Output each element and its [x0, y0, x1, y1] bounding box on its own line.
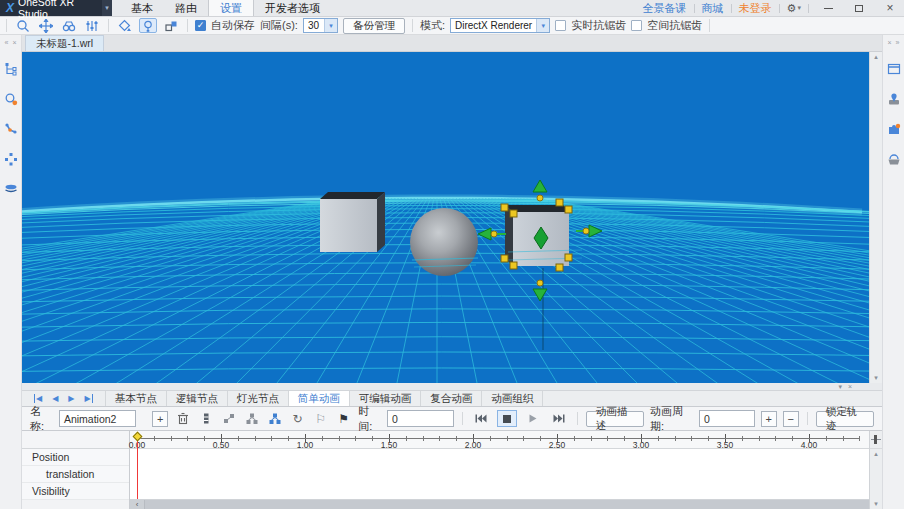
period-increase-button[interactable]: +	[761, 411, 777, 427]
sidebar-close-icon[interactable]: ×	[888, 39, 892, 46]
scroll-down-icon[interactable]: ▾	[874, 374, 878, 382]
playhead-line[interactable]	[137, 437, 138, 499]
go-to-end-button[interactable]	[549, 410, 569, 427]
time-label: 时间:	[358, 404, 381, 434]
node-link-gray-button[interactable]	[220, 410, 237, 427]
renderer-dropdown-icon[interactable]: ▾	[536, 19, 549, 32]
close-button[interactable]: ×	[878, 0, 902, 16]
splitter-collapse-icon[interactable]: ▾	[838, 383, 842, 390]
renderer-mode-value: DirectX Renderer	[451, 19, 536, 32]
node-branch-blue-button[interactable]	[266, 410, 283, 427]
vscroll-up-icon[interactable]: ▴	[874, 449, 878, 459]
animation-name-input[interactable]: Animation2	[59, 410, 137, 427]
timeline-horizontal-scrollbar[interactable]: ‹	[130, 499, 869, 509]
period-decrease-button[interactable]: −	[783, 411, 799, 427]
timeline-ruler[interactable]: 0.000.501.001.502.002.503.003.504.00	[130, 431, 869, 449]
spatial-aa-checkbox[interactable]	[631, 20, 642, 31]
menu-routing[interactable]: 路由	[164, 0, 208, 16]
app-menu-caret-icon[interactable]: ▾	[102, 0, 112, 16]
tab-animation-organize[interactable]: 动画组织	[482, 391, 543, 406]
hscroll-left-icon[interactable]: ‹	[130, 500, 144, 509]
tab-composite-animation[interactable]: 复合动画	[421, 391, 482, 406]
node-branch-gray-button[interactable]	[243, 410, 260, 427]
panel-window-icon[interactable]	[886, 61, 902, 77]
scene-tree-icon[interactable]	[3, 61, 19, 77]
map-marker-icon[interactable]	[886, 91, 902, 107]
renderer-mode-dropdown[interactable]: DirectX Renderer ▾	[450, 18, 550, 33]
vscroll-down-icon[interactable]: ▾	[874, 499, 878, 509]
sidebar-collapse-icon[interactable]: »	[896, 39, 900, 46]
resource-basket-icon[interactable]	[886, 151, 902, 167]
light-tool-icon[interactable]	[139, 18, 157, 33]
skeleton-joint-icon[interactable]	[3, 121, 19, 137]
hscroll-thumb[interactable]	[144, 500, 869, 509]
go-to-start-button[interactable]	[471, 410, 491, 427]
menu-basic[interactable]: 基本	[120, 0, 164, 16]
tab-prev-icon[interactable]: ◀	[52, 394, 58, 403]
tab-first-icon[interactable]: ◀	[34, 394, 42, 403]
property-row-translation[interactable]: translation	[22, 466, 129, 483]
app-logo[interactable]: X OneSoft XR Studio ▾	[0, 0, 112, 16]
viewport-vertical-scrollbar[interactable]: ▴ ▾	[869, 52, 882, 383]
divider	[187, 19, 188, 32]
search-model-icon[interactable]	[3, 91, 19, 107]
panorama-lesson-link[interactable]: 全景备课	[643, 1, 687, 16]
autosave-checkbox[interactable]: ✓	[195, 20, 206, 31]
delete-keyframe-button[interactable]	[174, 410, 191, 427]
tab-basic-nodes[interactable]: 基本节点	[106, 391, 167, 406]
sidebar-close-icon[interactable]: ×	[12, 39, 16, 46]
timeline-tracks[interactable]	[130, 449, 869, 499]
menu-developer-options[interactable]: 开发者选项	[254, 0, 331, 16]
layers-icon[interactable]	[3, 181, 19, 197]
move-tool-icon[interactable]	[37, 18, 55, 33]
flag-end-button[interactable]: ⚑	[335, 410, 352, 427]
realtime-aa-checkbox[interactable]	[555, 20, 566, 31]
property-row-visibility[interactable]: Visibility	[22, 483, 129, 500]
tab-next-icon[interactable]: ▶	[68, 394, 74, 403]
add-keyframe-button[interactable]: +	[152, 411, 168, 427]
flag-start-button[interactable]: ⚐	[312, 410, 329, 427]
sphere-object[interactable]	[410, 208, 478, 276]
binoculars-icon[interactable]	[60, 18, 78, 33]
zoom-slider-handle[interactable]	[874, 435, 877, 444]
store-link[interactable]: 商城	[702, 1, 724, 16]
period-input[interactable]: 0	[699, 410, 755, 427]
viewport-canvas[interactable]	[22, 52, 869, 383]
main-menu: 基本 路由 设置 开发者选项	[120, 0, 331, 16]
minimize-button[interactable]	[816, 0, 840, 16]
adjust-sliders-icon[interactable]	[83, 18, 101, 33]
restore-button[interactable]	[847, 0, 871, 16]
scroll-up-icon[interactable]: ▴	[874, 53, 878, 61]
loop-button[interactable]: ↻	[289, 410, 306, 427]
menu-settings[interactable]: 设置	[208, 0, 254, 16]
fill-color-icon[interactable]	[116, 18, 134, 33]
translate-gizmo[interactable]	[478, 180, 602, 301]
property-row-position[interactable]: Position	[22, 449, 129, 466]
backup-manage-button[interactable]: 备份管理	[343, 18, 405, 34]
time-input[interactable]: 0	[387, 410, 454, 427]
tab-last-icon[interactable]: ▶	[84, 394, 92, 403]
lock-track-button[interactable]: 锁定轨迹	[816, 411, 874, 427]
plugin-puzzle-icon[interactable]	[886, 121, 902, 137]
tab-logic-nodes[interactable]: 逻辑节点	[167, 391, 228, 406]
stop-button[interactable]	[497, 410, 517, 427]
selected-cube-object[interactable]	[478, 180, 602, 350]
node-graph-icon[interactable]	[3, 151, 19, 167]
interval-spinner[interactable]: 30 ▾	[303, 18, 338, 33]
track-column-button[interactable]	[197, 410, 214, 427]
animation-description-button[interactable]: 动画描述	[586, 411, 644, 427]
splitter-close-icon[interactable]: ×	[848, 383, 852, 390]
sidebar-collapse-icon[interactable]: «	[5, 39, 9, 46]
objects-cubes-icon[interactable]	[162, 18, 180, 33]
search-tool-icon[interactable]	[14, 18, 32, 33]
document-tab[interactable]: 未标题-1.wrl	[25, 35, 104, 51]
tab-light-nodes[interactable]: 灯光节点	[228, 391, 289, 406]
panel-splitter[interactable]: ▾ ×	[22, 383, 882, 391]
timeline-zoom-slider[interactable]	[870, 431, 882, 449]
settings-gear-button[interactable]: ⚙ ▾	[787, 2, 801, 15]
tab-simple-animation[interactable]: 简单动画	[289, 391, 350, 406]
play-button[interactable]	[523, 410, 543, 427]
interval-dropdown-icon[interactable]: ▾	[324, 19, 337, 32]
login-status-link[interactable]: 未登录	[739, 1, 772, 16]
cube-object[interactable]	[320, 192, 385, 252]
